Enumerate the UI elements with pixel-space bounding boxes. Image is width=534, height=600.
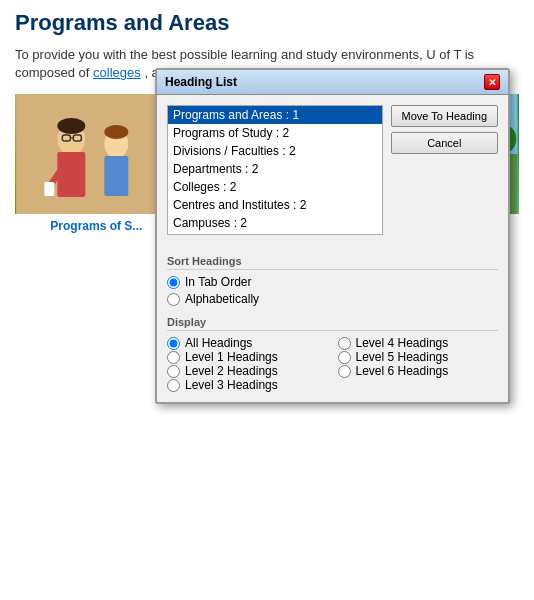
heading-item-0[interactable]: Programs and Areas : 1 — [168, 106, 382, 124]
display-level3-label: Level 3 Headings — [185, 378, 278, 392]
display-level1-label: Level 1 Headings — [185, 350, 278, 364]
heading-item-2[interactable]: Divisions / Faculties : 2 — [168, 142, 382, 160]
display-level4-label: Level 4 Headings — [356, 336, 449, 350]
sort-tab-order-radio[interactable] — [167, 276, 180, 289]
heading-item-1[interactable]: Programs of Study : 2 — [168, 124, 382, 142]
display-level2[interactable]: Level 2 Headings — [167, 364, 328, 378]
sort-alphabetically-radio[interactable] — [167, 293, 180, 306]
move-to-heading-button[interactable]: Move To Heading — [391, 105, 498, 127]
sort-radio-group: In Tab Order Alphabetically — [167, 275, 498, 306]
dialog-top-section: Programs and Areas : 1 Programs of Study… — [167, 105, 498, 245]
sort-section-label: Sort Headings — [167, 255, 498, 270]
heading-item-6[interactable]: Campuses : 2 — [168, 214, 382, 232]
heading-list-dialog: Heading List ✕ Programs and Areas : 1 Pr… — [155, 68, 510, 404]
heading-item-3[interactable]: Departments : 2 — [168, 160, 382, 178]
display-section: Display All Headings Level 1 Headings — [167, 316, 498, 392]
display-all-radio[interactable] — [167, 337, 180, 350]
display-level1[interactable]: Level 1 Headings — [167, 350, 328, 364]
display-level1-radio[interactable] — [167, 351, 180, 364]
dialog-titlebar: Heading List ✕ — [157, 70, 508, 95]
dialog-button-section: Move To Heading Cancel — [391, 105, 498, 245]
display-level3-radio[interactable] — [167, 379, 180, 392]
dialog-close-button[interactable]: ✕ — [484, 74, 500, 90]
dialog-body: Programs and Areas : 1 Programs of Study… — [157, 95, 508, 402]
modal-overlay: Heading List ✕ Programs and Areas : 1 Pr… — [0, 0, 534, 600]
display-level5[interactable]: Level 5 Headings — [338, 350, 499, 364]
display-level6[interactable]: Level 6 Headings — [338, 364, 499, 378]
display-section-label: Display — [167, 316, 498, 331]
display-grid: All Headings Level 1 Headings Level 2 He… — [167, 336, 498, 392]
cancel-button[interactable]: Cancel — [391, 132, 498, 154]
heading-list-box[interactable]: Programs and Areas : 1 Programs of Study… — [167, 105, 383, 235]
display-all-headings[interactable]: All Headings — [167, 336, 328, 350]
display-level4-radio[interactable] — [338, 337, 351, 350]
display-level6-label: Level 6 Headings — [356, 364, 449, 378]
sort-alphabetically[interactable]: Alphabetically — [167, 292, 498, 306]
display-level5-radio[interactable] — [338, 351, 351, 364]
heading-item-5[interactable]: Centres and Institutes : 2 — [168, 196, 382, 214]
display-level3[interactable]: Level 3 Headings — [167, 378, 328, 392]
display-all-label: All Headings — [185, 336, 252, 350]
display-level4[interactable]: Level 4 Headings — [338, 336, 499, 350]
heading-item-4[interactable]: Colleges : 2 — [168, 178, 382, 196]
sort-tab-order[interactable]: In Tab Order — [167, 275, 498, 289]
sort-tab-order-label: In Tab Order — [185, 275, 251, 289]
sort-section: Sort Headings In Tab Order Alphabeticall… — [167, 255, 498, 306]
display-col-1: All Headings Level 1 Headings Level 2 He… — [167, 336, 328, 392]
heading-list-section: Programs and Areas : 1 Programs of Study… — [167, 105, 383, 245]
sort-alphabetically-label: Alphabetically — [185, 292, 259, 306]
dialog-title: Heading List — [165, 75, 237, 89]
display-level5-label: Level 5 Headings — [356, 350, 449, 364]
display-level2-label: Level 2 Headings — [185, 364, 278, 378]
display-col-2: Level 4 Headings Level 5 Headings Level … — [338, 336, 499, 392]
display-level6-radio[interactable] — [338, 365, 351, 378]
display-level2-radio[interactable] — [167, 365, 180, 378]
